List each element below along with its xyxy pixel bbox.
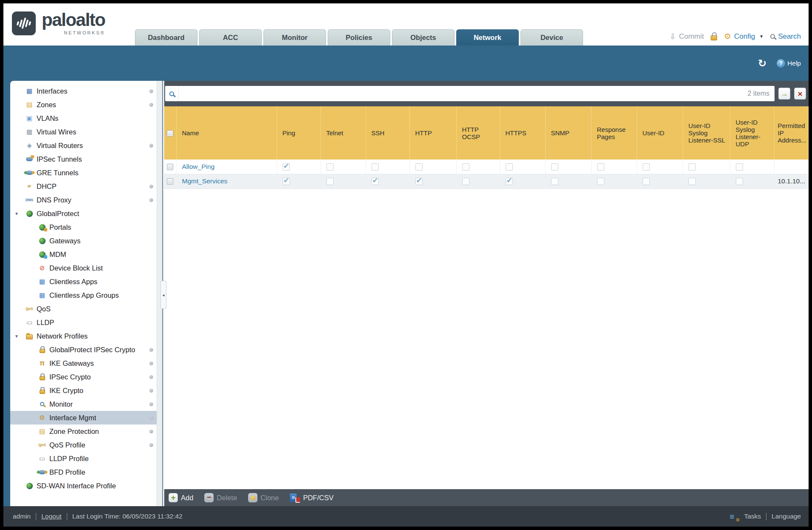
ssh-cell bbox=[366, 174, 409, 188]
pdf-csv-button[interactable]: PDF/CSV bbox=[290, 493, 334, 502]
sidebar-splitter[interactable]: ◂ bbox=[162, 81, 164, 506]
lldp-icon: ▭ bbox=[25, 319, 34, 326]
sidebar-item-network-profiles[interactable]: ▼Network Profiles bbox=[10, 329, 157, 343]
table-toolbar: +Add −Delete Clone PDF/CSV bbox=[164, 489, 809, 506]
lock-icon[interactable] bbox=[711, 35, 717, 40]
select-all-checkbox[interactable] bbox=[167, 130, 173, 137]
sidebar-item-lldp-profile[interactable]: ▭LLDP Profile bbox=[10, 452, 157, 465]
column-header-ping[interactable]: Ping bbox=[277, 106, 320, 160]
language-button[interactable]: Language bbox=[772, 513, 801, 520]
sidebar-item-gateways[interactable]: Gateways bbox=[10, 234, 157, 248]
name-cell: Allow_Ping bbox=[176, 160, 277, 174]
sidebar-item-clientless-apps[interactable]: ▦Clientless Apps bbox=[10, 275, 157, 288]
filter-bar: 2 items → × bbox=[164, 81, 809, 106]
tasks-button[interactable]: Tasks bbox=[744, 513, 761, 520]
user_id-check-indicator bbox=[643, 178, 650, 185]
tab-network[interactable]: Network bbox=[456, 29, 519, 46]
sidebar-item-monitor[interactable]: Monitor bbox=[10, 397, 157, 411]
tab-acc[interactable]: ACC bbox=[199, 29, 262, 46]
column-header-response_pages[interactable]: Response Pages bbox=[591, 106, 637, 160]
sidebar-item-sd-wan-interface-profile[interactable]: SD-WAN Interface Profile bbox=[10, 479, 157, 493]
sidebar-item-mdm[interactable]: MDM bbox=[10, 248, 157, 261]
delete-button[interactable]: −Delete bbox=[204, 493, 237, 502]
column-header-https[interactable]: HTTPS bbox=[500, 106, 545, 160]
sidebar-item-device-block-list[interactable]: ⊘Device Block List bbox=[10, 261, 157, 275]
sidebar-item-dns-proxy[interactable]: DNSDNS Proxy bbox=[10, 193, 157, 207]
uid_syslog_udp-check-indicator bbox=[736, 163, 743, 171]
user_id-cell bbox=[637, 160, 683, 174]
column-header-uid_syslog_udp[interactable]: User-ID Syslog Listener-UDP bbox=[730, 106, 774, 160]
filter-search-button[interactable] bbox=[165, 86, 179, 101]
sidebar-item-virtual-routers[interactable]: ◈Virtual Routers bbox=[10, 139, 157, 152]
logout-link[interactable]: Logout bbox=[41, 513, 61, 520]
sidebar-item-gre-tunnels[interactable]: GRE Tunnels bbox=[10, 166, 157, 180]
network-profiles-icon bbox=[25, 332, 34, 340]
sidebar-item-zones[interactable]: ▤Zones bbox=[10, 98, 157, 111]
sidebar-item-ipsec-crypto[interactable]: IPSec Crypto bbox=[10, 370, 157, 384]
https-cell bbox=[500, 174, 545, 188]
sidebar-item-zone-protection[interactable]: ▤Zone Protection bbox=[10, 425, 157, 438]
tab-monitor[interactable]: Monitor bbox=[263, 29, 326, 46]
commit-icon: ⇩ bbox=[669, 32, 676, 41]
search-icon bbox=[770, 34, 775, 39]
interface-profile-link[interactable]: Mgmt_Services bbox=[182, 177, 228, 185]
table-row: Mgmt_Services10.1.10... bbox=[164, 174, 809, 188]
sidebar-item-ike-crypto[interactable]: IKE Crypto bbox=[10, 384, 157, 397]
interface-profile-link[interactable]: Allow_Ping bbox=[182, 163, 215, 170]
response_pages-cell bbox=[591, 174, 637, 188]
sidebar-item-interfaces[interactable]: ▦Interfaces bbox=[10, 84, 157, 98]
sidebar-item-ike-gateways[interactable]: πIKE Gateways bbox=[10, 356, 157, 370]
commit-button[interactable]: ⇩Commit bbox=[669, 32, 704, 41]
sidebar-collapse-handle[interactable]: ◂ bbox=[160, 281, 166, 309]
row-checkbox[interactable] bbox=[167, 164, 173, 170]
sidebar-item-vlans[interactable]: ▣VLANs bbox=[10, 111, 157, 125]
column-header-permitted-ip[interactable]: Permitted IP Address... bbox=[774, 106, 809, 160]
sidebar-item-qos[interactable]: QoSQoS bbox=[10, 302, 157, 316]
http-check-indicator bbox=[415, 163, 423, 171]
sidebar-item-dhcp[interactable]: IPDHCP bbox=[10, 180, 157, 193]
column-header-http_ocsp[interactable]: HTTP OCSP bbox=[456, 106, 500, 160]
column-header-http[interactable]: HTTP bbox=[409, 106, 456, 160]
sidebar-item-qos-profile[interactable]: QoSQoS Profile bbox=[10, 438, 157, 452]
config-button[interactable]: ⚙Config▼ bbox=[724, 31, 763, 41]
column-header-name[interactable]: Name bbox=[176, 106, 277, 160]
sidebar-item-globalprotect-ipsec-crypto[interactable]: GlobalProtect IPSec Crypto bbox=[10, 343, 157, 356]
sidebar-item-lldp[interactable]: ▭LLDP bbox=[10, 316, 157, 329]
tab-dashboard[interactable]: Dashboard bbox=[135, 29, 197, 46]
sidebar-item-interface-mgmt[interactable]: ⚙Interface Mgmt bbox=[10, 411, 157, 425]
sidebar-item-virtual-wires[interactable]: ▩Virtual Wires bbox=[10, 125, 157, 139]
sidebar-item-label: MDM bbox=[49, 251, 66, 259]
row-checkbox[interactable] bbox=[167, 178, 173, 185]
search-button[interactable]: Search bbox=[770, 32, 801, 41]
app-window: paloalto NETWORKS® DashboardACCMonitorPo… bbox=[3, 3, 809, 527]
tab-objects[interactable]: Objects bbox=[392, 29, 455, 46]
monitor-icon bbox=[37, 400, 47, 408]
tab-policies[interactable]: Policies bbox=[328, 29, 390, 46]
expand-arrow-icon[interactable]: ▼ bbox=[14, 211, 25, 216]
filter-input[interactable] bbox=[179, 86, 775, 101]
tab-device[interactable]: Device bbox=[520, 29, 583, 46]
globalprotect-icon bbox=[25, 210, 34, 217]
column-header-user_id[interactable]: User-ID bbox=[637, 106, 683, 160]
column-header-telnet[interactable]: Telnet bbox=[320, 106, 366, 160]
clear-filter-button[interactable]: × bbox=[794, 88, 806, 100]
sidebar-item-label: Zones bbox=[37, 101, 56, 109]
column-header-snmp[interactable]: SNMP bbox=[545, 106, 591, 160]
apply-filter-button[interactable]: → bbox=[778, 88, 790, 100]
http-cell bbox=[409, 174, 456, 188]
expand-arrow-icon[interactable]: ▼ bbox=[14, 334, 25, 339]
add-button[interactable]: +Add bbox=[169, 493, 193, 502]
refresh-icon[interactable]: ↻ bbox=[758, 57, 766, 69]
column-header-ssh[interactable]: SSH bbox=[366, 106, 409, 160]
sidebar-item-clientless-app-groups[interactable]: ▦Clientless App Groups bbox=[10, 288, 157, 302]
ping-cell bbox=[277, 174, 320, 188]
sidebar-item-globalprotect[interactable]: ▼GlobalProtect bbox=[10, 207, 157, 220]
clone-button[interactable]: Clone bbox=[248, 493, 279, 502]
delete-icon: − bbox=[204, 493, 214, 502]
column-header-uid_syslog_ssl[interactable]: User-ID Syslog Listener-SSL bbox=[683, 106, 730, 160]
sidebar-item-portals[interactable]: Portals bbox=[10, 220, 157, 234]
help-button[interactable]: ?Help bbox=[777, 59, 801, 68]
sidebar-item-bfd-profile[interactable]: BFD Profile bbox=[10, 465, 157, 479]
status-dot bbox=[149, 416, 153, 420]
sidebar-item-ipsec-tunnels[interactable]: IPSec Tunnels bbox=[10, 152, 157, 166]
